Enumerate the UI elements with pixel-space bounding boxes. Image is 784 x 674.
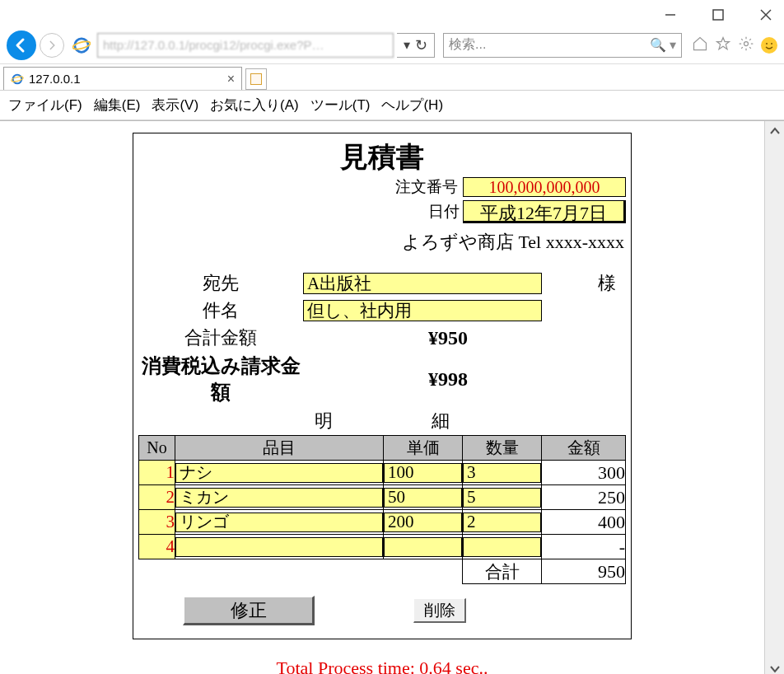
menu-bar: ファイル(F) 編集(E) 表示(V) お気に入り(A) ツール(T) ヘルプ(… bbox=[0, 91, 784, 120]
amount-cell: 400 bbox=[542, 510, 626, 535]
tax-label: 消費税込み請求金額 bbox=[138, 353, 303, 405]
search-dropdown-icon[interactable]: ▾ bbox=[670, 37, 676, 53]
back-button[interactable] bbox=[7, 30, 36, 60]
table-row: 4- bbox=[139, 535, 626, 559]
subject-field[interactable]: 但し、社内用 bbox=[303, 300, 542, 321]
cell-qty: 2 bbox=[463, 510, 542, 535]
th-item: 品目 bbox=[175, 436, 384, 461]
svg-point-9 bbox=[13, 74, 22, 83]
shop-name: よろずや商店 bbox=[402, 232, 514, 252]
address-dropdown-icon[interactable]: ▾ bbox=[404, 37, 410, 53]
minimize-button[interactable] bbox=[660, 5, 680, 25]
tab-close-icon[interactable]: × bbox=[227, 72, 235, 87]
price-field[interactable]: 200 bbox=[384, 513, 462, 532]
item-field[interactable]: ミカン bbox=[175, 488, 383, 508]
favorites-star-icon[interactable] bbox=[715, 35, 731, 55]
price-field[interactable]: 100 bbox=[384, 463, 462, 483]
new-tab-button[interactable] bbox=[245, 68, 267, 90]
price-field[interactable] bbox=[384, 537, 462, 557]
cell-item: リンゴ bbox=[175, 510, 384, 535]
items-table: No 品目 単価 数量 金額 1ナシ10033002ミカン5052503リンゴ2… bbox=[138, 435, 626, 584]
table-header-row: No 品目 単価 数量 金額 bbox=[139, 436, 626, 461]
delete-button[interactable]: 削除 bbox=[413, 598, 466, 623]
item-field[interactable]: リンゴ bbox=[175, 513, 383, 532]
row-number: 2 bbox=[139, 485, 175, 510]
cell-price: 50 bbox=[384, 485, 463, 510]
cell-qty: 3 bbox=[463, 461, 542, 485]
forward-button[interactable] bbox=[40, 33, 64, 58]
menu-edit[interactable]: 編集(E) bbox=[94, 96, 141, 115]
amount-cell: - bbox=[542, 535, 626, 559]
dest-field[interactable]: A出版社 bbox=[303, 273, 542, 294]
cell-qty bbox=[463, 535, 542, 559]
menu-tools[interactable]: ツール(T) bbox=[310, 96, 371, 115]
cell-price: 200 bbox=[384, 510, 463, 535]
date-field[interactable]: 平成12年7月7日 bbox=[463, 200, 626, 223]
maximize-button[interactable] bbox=[708, 5, 728, 25]
cell-item bbox=[175, 535, 384, 559]
amount-cell: 300 bbox=[542, 461, 626, 485]
ie-favicon-icon bbox=[11, 73, 24, 86]
tax-value: ¥998 bbox=[303, 368, 593, 391]
address-bar[interactable]: http://127.0.0.1/procgi12/procgi.exe?P… bbox=[97, 33, 394, 58]
window-controls bbox=[0, 0, 784, 26]
smiley-icon[interactable] bbox=[761, 37, 777, 54]
th-amount: 金額 bbox=[542, 436, 626, 461]
table-row: 3リンゴ2002400 bbox=[139, 510, 626, 535]
modify-button[interactable]: 修正 bbox=[183, 596, 315, 625]
price-field[interactable]: 50 bbox=[384, 488, 462, 508]
tel-number: xxxx-xxxx bbox=[546, 232, 624, 252]
search-box[interactable]: 検索... 🔍 ▾ bbox=[443, 33, 682, 58]
subject-label: 件名 bbox=[138, 298, 303, 323]
process-time: Total Process time: 0.64 sec.. bbox=[277, 658, 488, 674]
total-value: 950 bbox=[542, 559, 626, 584]
menu-fav[interactable]: お気に入り(A) bbox=[210, 96, 299, 115]
navigation-bar: http://127.0.0.1/procgi12/procgi.exe?P… … bbox=[0, 26, 784, 64]
svg-point-7 bbox=[766, 43, 768, 44]
cell-item: ナシ bbox=[175, 461, 384, 485]
menu-help[interactable]: ヘルプ(H) bbox=[381, 96, 443, 115]
total-label: 合計 bbox=[463, 559, 542, 584]
order-label: 注文番号 bbox=[395, 176, 458, 198]
date-label: 日付 bbox=[428, 201, 460, 222]
new-tab-icon bbox=[250, 73, 262, 85]
table-row: 1ナシ1003300 bbox=[139, 461, 626, 485]
shop-info: よろずや商店 Tel xxxx-xxxx bbox=[138, 230, 626, 255]
toolbar-right-icons bbox=[692, 35, 777, 55]
meisai-right: 細 bbox=[432, 409, 450, 433]
svg-point-8 bbox=[771, 43, 772, 44]
menu-file[interactable]: ファイル(F) bbox=[8, 96, 82, 115]
amount-cell: 250 bbox=[542, 485, 626, 510]
content-area: 見積書 注文番号 100,000,000,000 日付 平成12年7月7日 よろ… bbox=[0, 121, 764, 674]
qty-field[interactable]: 2 bbox=[463, 513, 541, 532]
scroll-up-icon[interactable] bbox=[765, 121, 785, 141]
quote-form: 見積書 注文番号 100,000,000,000 日付 平成12年7月7日 よろ… bbox=[133, 133, 632, 639]
refresh-icon[interactable]: ↻ bbox=[415, 36, 427, 54]
order-number-field[interactable]: 100,000,000,000 bbox=[463, 177, 626, 197]
menu-view[interactable]: 表示(V) bbox=[152, 96, 198, 115]
cell-item: ミカン bbox=[175, 485, 384, 510]
tab-active[interactable]: 127.0.0.1 × bbox=[3, 67, 242, 90]
settings-gear-icon[interactable] bbox=[738, 35, 754, 55]
detail-header: 明 細 bbox=[138, 409, 626, 433]
svg-point-6 bbox=[744, 41, 749, 45]
dest-label: 宛先 bbox=[138, 271, 303, 296]
svg-rect-1 bbox=[713, 10, 723, 20]
sum-value: ¥950 bbox=[303, 327, 593, 349]
close-button[interactable] bbox=[756, 5, 776, 25]
meisai-left: 明 bbox=[315, 409, 333, 433]
item-field[interactable] bbox=[175, 537, 383, 557]
table-row: 2ミカン505250 bbox=[139, 485, 626, 510]
search-icon[interactable]: 🔍 bbox=[650, 37, 666, 53]
qty-field[interactable]: 5 bbox=[463, 488, 541, 508]
tab-title: 127.0.0.1 bbox=[29, 72, 81, 86]
tel-label-text: Tel bbox=[518, 232, 541, 252]
search-placeholder: 検索... bbox=[449, 36, 486, 54]
qty-field[interactable]: 3 bbox=[463, 463, 541, 483]
qty-field[interactable] bbox=[463, 537, 541, 557]
row-number: 4 bbox=[139, 535, 175, 559]
vertical-scrollbar[interactable] bbox=[764, 121, 784, 674]
item-field[interactable]: ナシ bbox=[175, 463, 383, 483]
home-icon[interactable] bbox=[692, 35, 708, 55]
scroll-down-icon[interactable] bbox=[765, 659, 785, 674]
